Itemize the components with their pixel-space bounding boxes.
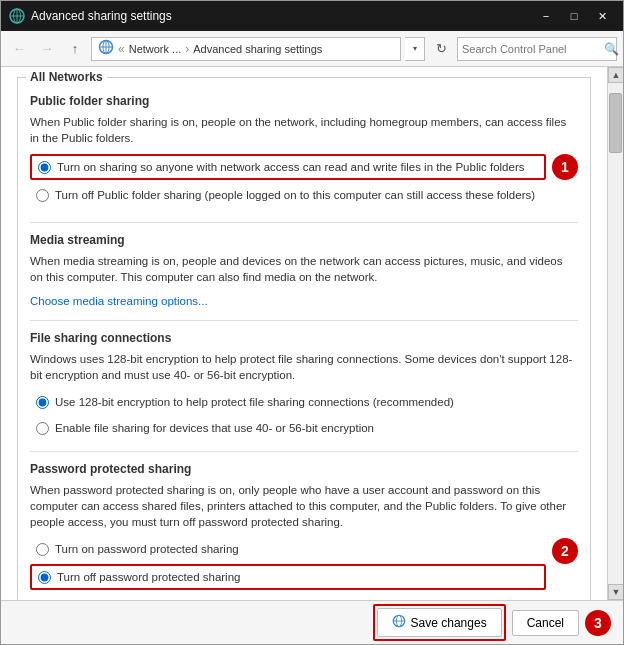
scroll-thumb[interactable] [609,93,622,153]
file-sharing-section: File sharing connections Windows uses 12… [30,331,578,439]
media-streaming-section: Media streaming When media streaming is … [30,233,578,307]
save-icon [392,614,406,631]
window-title: Advanced sharing settings [31,9,533,23]
public-folder-title: Public folder sharing [30,94,578,108]
footer-badge-row: Save changes Cancel 3 [373,604,611,641]
path-arrow-1: › [185,42,189,56]
minimize-button[interactable]: − [533,6,559,26]
refresh-button[interactable]: ↻ [429,37,453,61]
content-area: All Networks Public folder sharing When … [1,67,623,600]
address-path[interactable]: « Network ... › Advanced sharing setting… [91,37,401,61]
password-sharing-title: Password protected sharing [30,462,578,476]
password-sharing-option-1: Turn on password protected sharing [30,538,546,560]
scroll-up-button[interactable]: ▲ [608,67,623,83]
badge-1: 1 [552,154,578,180]
password-sharing-description: When password protected sharing is on, o… [30,482,578,530]
scroll-down-button[interactable]: ▼ [608,584,623,600]
file-sharing-radio-1[interactable] [36,396,49,409]
back-button[interactable]: ← [7,37,31,61]
media-streaming-description: When media streaming is on, people and d… [30,253,578,285]
public-folder-radio-1[interactable] [38,161,51,174]
file-sharing-radio-2[interactable] [36,422,49,435]
save-label: Save changes [411,616,487,630]
path-dropdown[interactable]: ▾ [405,37,425,61]
public-folder-section: Public folder sharing When Public folder… [30,94,578,210]
search-icon[interactable]: 🔍 [604,38,619,60]
search-box: 🔍 [457,37,617,61]
badge-3: 3 [585,610,611,636]
media-streaming-title: Media streaming [30,233,578,247]
path-network: Network ... [129,43,182,55]
badge-2: 2 [552,538,578,564]
forward-button[interactable]: → [35,37,59,61]
public-folder-label-1: Turn on sharing so anyone with network a… [57,159,525,175]
password-sharing-label-2: Turn off password protected sharing [57,569,240,585]
path-separator-1: « [118,42,125,56]
password-sharing-section: Password protected sharing When password… [30,462,578,594]
file-sharing-option-1: Use 128-bit encryption to help protect f… [30,391,578,413]
password-sharing-radio-1[interactable] [36,543,49,556]
footer: Save changes Cancel 3 [1,600,623,644]
password-sharing-label-1: Turn on password protected sharing [55,541,239,557]
public-folder-option-1: Turn on sharing so anyone with network a… [30,154,546,180]
file-sharing-description: Windows uses 128-bit encryption to help … [30,351,578,383]
public-folder-option-2: Turn off Public folder sharing (people l… [30,184,546,206]
all-networks-section: All Networks Public folder sharing When … [17,77,591,600]
save-button-box: Save changes [373,604,506,641]
maximize-button[interactable]: □ [561,6,587,26]
public-folder-description: When Public folder sharing is on, people… [30,114,578,146]
window-icon [9,8,25,24]
path-globe-icon [98,39,114,58]
public-folder-radio-2[interactable] [36,189,49,202]
password-sharing-radio-2[interactable] [38,571,51,584]
scroll-track[interactable] [608,83,623,584]
all-networks-label: All Networks [26,70,107,84]
public-folder-label-2: Turn off Public folder sharing (people l… [55,187,535,203]
media-streaming-link[interactable]: Choose media streaming options... [30,295,208,307]
main-content: All Networks Public folder sharing When … [1,67,607,600]
save-button[interactable]: Save changes [377,608,502,637]
title-bar: Advanced sharing settings − □ ✕ [1,1,623,31]
file-sharing-label-2: Enable file sharing for devices that use… [55,420,374,436]
path-current: Advanced sharing settings [193,43,322,55]
file-sharing-label-1: Use 128-bit encryption to help protect f… [55,394,454,410]
scrollbar[interactable]: ▲ ▼ [607,67,623,600]
password-sharing-option-2: Turn off password protected sharing [30,564,546,590]
file-sharing-option-2: Enable file sharing for devices that use… [30,417,578,439]
close-button[interactable]: ✕ [589,6,615,26]
window-controls: − □ ✕ [533,6,615,26]
up-button[interactable]: ↑ [63,37,87,61]
address-bar: ← → ↑ « Network ... › Advanced sharing s… [1,31,623,67]
file-sharing-title: File sharing connections [30,331,578,345]
cancel-button[interactable]: Cancel [512,610,579,636]
search-input[interactable] [458,43,604,55]
